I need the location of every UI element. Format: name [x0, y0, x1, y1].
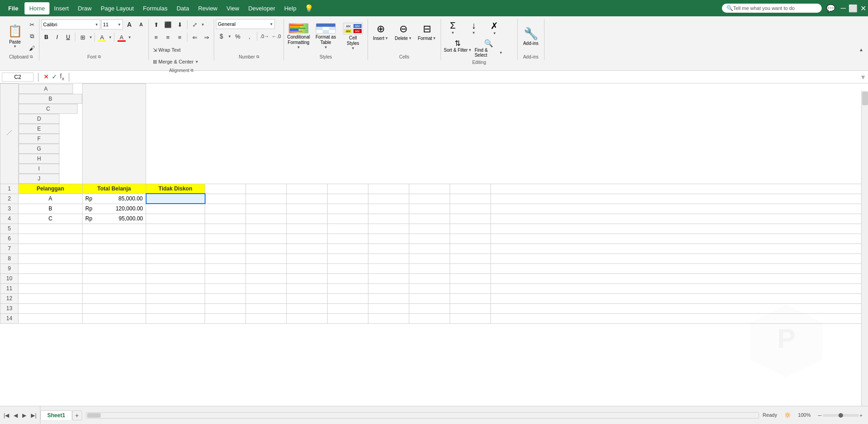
close-btn[interactable]: ✕	[860, 4, 866, 13]
confirm-formula-icon[interactable]: ✓	[52, 73, 57, 80]
increase-font-button[interactable]: A	[124, 19, 135, 30]
menu-data[interactable]: Data	[172, 2, 193, 15]
row-num-6[interactable]: 6	[0, 234, 19, 244]
font-color-arrow[interactable]: ▼	[128, 35, 132, 39]
cell-c2[interactable]	[146, 194, 205, 204]
row-num-1[interactable]: 1	[0, 184, 19, 194]
format-as-table-button[interactable]: Format as Table ▼	[313, 21, 338, 51]
zoom-in-button[interactable]: +	[860, 413, 863, 418]
cell-g1[interactable]	[328, 184, 368, 194]
cell-g4[interactable]	[328, 214, 368, 224]
sheet-nav-next[interactable]: ▶	[20, 411, 28, 419]
cell-b4[interactable]: Rp 95,000.00	[83, 214, 146, 224]
cell-j2[interactable]	[450, 194, 491, 204]
cell-reference-box[interactable]: C2	[2, 73, 34, 82]
align-center-button[interactable]: ≡	[162, 32, 173, 43]
fill-color-button[interactable]: A	[97, 32, 108, 43]
sheet-nav-last[interactable]: ▶|	[29, 411, 38, 419]
cell-j4[interactable]	[450, 214, 491, 224]
find-select-button[interactable]: 🔍 Find & Select ▼	[474, 38, 504, 59]
formula-input[interactable]	[74, 73, 858, 81]
ribbon-expand-btn[interactable]: ▲	[859, 19, 865, 60]
cell-j3[interactable]	[450, 204, 491, 214]
row-num-10[interactable]: 10	[0, 273, 19, 283]
row-num-7[interactable]: 7	[0, 244, 19, 253]
col-header-g[interactable]: G	[19, 144, 59, 154]
help-lightbulb-icon[interactable]: 💡	[304, 4, 314, 13]
angle-text-button[interactable]: ⤢	[189, 19, 200, 30]
col-header-j[interactable]: J	[19, 174, 59, 184]
row-num-11[interactable]: 11	[0, 283, 19, 293]
italic-button[interactable]: I	[52, 32, 62, 42]
clear-button[interactable]: ✗ ▼	[485, 19, 505, 37]
percent-button[interactable]: %	[232, 31, 243, 42]
align-left-button[interactable]: ≡	[151, 32, 162, 43]
underline-button[interactable]: U	[63, 32, 73, 42]
cell-b3[interactable]: Rp 120,000.00	[83, 204, 146, 214]
cell-e3[interactable]	[246, 204, 287, 214]
menu-insert[interactable]: Insert	[49, 2, 74, 15]
cell-a1[interactable]: Pelanggan	[19, 184, 83, 194]
align-right-button[interactable]: ≡	[174, 32, 185, 43]
row-num-5[interactable]: 5	[0, 224, 19, 234]
menu-home[interactable]: Home	[25, 2, 49, 15]
merge-center-button[interactable]: ⊞ Merge & Center ▼	[151, 56, 201, 67]
row-num-9[interactable]: 9	[0, 263, 19, 273]
cell-i3[interactable]	[409, 204, 450, 214]
menu-review[interactable]: Review	[194, 2, 222, 15]
col-header-e[interactable]: E	[19, 124, 59, 134]
increase-indent-button[interactable]: ⇒	[201, 32, 212, 43]
add-sheet-button[interactable]: +	[72, 410, 82, 420]
currency-arrow[interactable]: ▼	[228, 34, 231, 39]
increase-decimal-button[interactable]: .0→	[259, 31, 270, 42]
cell-c5[interactable]	[146, 224, 205, 234]
font-color-button[interactable]: A	[116, 32, 127, 43]
cell-b2[interactable]: Rp 85,000.00	[83, 194, 146, 204]
zoom-slider[interactable]	[823, 414, 859, 417]
cell-g2[interactable]	[328, 194, 368, 204]
font-size-select[interactable]: 11 ▼	[101, 19, 123, 29]
cell-h1[interactable]	[368, 184, 409, 194]
cell-f1[interactable]	[287, 184, 328, 194]
col-header-h[interactable]: H	[19, 154, 59, 164]
cancel-formula-icon[interactable]: ✕	[44, 73, 49, 80]
horizontal-scrollbar[interactable]	[86, 412, 759, 419]
cell-a4[interactable]: C	[19, 214, 83, 224]
sort-filter-button[interactable]: ⇅ Sort & Filter ▼	[443, 38, 473, 59]
row-num-4[interactable]: 4	[0, 214, 19, 224]
cell-rest-4[interactable]	[491, 214, 868, 224]
cell-f3[interactable]	[287, 204, 328, 214]
alignment-expand-icon[interactable]: ⧉	[191, 68, 193, 73]
currency-button[interactable]: $	[216, 31, 227, 42]
col-header-i[interactable]: I	[19, 164, 59, 174]
minimize-btn[interactable]: ─	[841, 4, 846, 13]
format-cell-button[interactable]: ⊟ Format ▼	[415, 21, 439, 51]
angle-text-arrow[interactable]: ▼	[201, 23, 205, 27]
bold-button[interactable]: B	[41, 32, 51, 42]
cell-b5[interactable]	[83, 224, 146, 234]
wrap-text-button[interactable]: ⇲ Wrap Text	[151, 44, 183, 55]
top-align-button[interactable]: ⬆	[151, 19, 162, 30]
menu-help[interactable]: Help	[280, 2, 301, 15]
col-header-a[interactable]: A	[19, 84, 73, 94]
menu-developer[interactable]: Developer	[244, 2, 280, 15]
cell-j1[interactable]	[450, 184, 491, 194]
cell-h4[interactable]	[368, 214, 409, 224]
bottom-align-button[interactable]: ⬇	[174, 19, 185, 30]
cell-d1[interactable]	[205, 184, 246, 194]
sheet-nav-prev[interactable]: ◀	[12, 411, 20, 419]
menu-view[interactable]: View	[222, 2, 244, 15]
vertical-scrollbar[interactable]	[861, 91, 868, 413]
row-num-13[interactable]: 13	[0, 303, 19, 313]
col-header-b[interactable]: B	[19, 94, 82, 104]
cell-e4[interactable]	[246, 214, 287, 224]
cell-a5[interactable]	[19, 224, 83, 234]
cell-styles-button[interactable]: abc abc abc abc Cell Styles ▼	[340, 21, 366, 51]
cell-h3[interactable]	[368, 204, 409, 214]
cell-i1[interactable]	[409, 184, 450, 194]
cell-d4[interactable]	[205, 214, 246, 224]
autosum-button[interactable]: Σ ▼	[443, 19, 463, 37]
cell-i2[interactable]	[409, 194, 450, 204]
cell-a2[interactable]: A	[19, 194, 83, 204]
col-header-d[interactable]: D	[19, 114, 59, 124]
